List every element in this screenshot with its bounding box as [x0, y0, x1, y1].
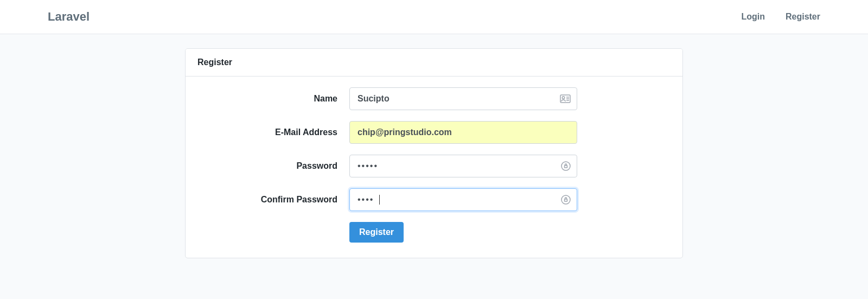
name-label: Name: [197, 94, 349, 104]
svg-point-1: [562, 97, 564, 99]
contact-card-icon: [560, 94, 571, 103]
password-label: Password: [197, 161, 349, 171]
svg-point-7: [561, 195, 570, 204]
form-group-confirm: Confirm Password: [197, 188, 671, 211]
navbar: Laravel Login Register: [0, 0, 868, 34]
svg-rect-6: [565, 166, 567, 168]
confirm-input-wrap: [349, 188, 577, 211]
name-input-wrap: [349, 87, 577, 110]
form-group-password: Password: [197, 155, 671, 177]
confirm-input[interactable]: [349, 188, 577, 211]
svg-rect-8: [565, 199, 567, 201]
email-input[interactable]: [349, 121, 577, 144]
form-group-submit: Register: [197, 222, 671, 243]
card-body: Name E-Mai: [186, 77, 682, 258]
register-link[interactable]: Register: [786, 12, 820, 22]
nav-links: Login Register: [741, 12, 820, 22]
login-link[interactable]: Login: [741, 12, 765, 22]
register-button[interactable]: Register: [349, 222, 404, 243]
email-label: E-Mail Address: [197, 128, 349, 137]
form-group-email: E-Mail Address: [197, 121, 671, 144]
card-header: Register: [186, 49, 682, 77]
brand-link[interactable]: Laravel: [48, 10, 90, 24]
main-content: Register Name: [0, 34, 868, 272]
navbar-container: Laravel Login Register: [0, 10, 868, 24]
confirm-label: Confirm Password: [197, 195, 349, 205]
svg-point-5: [561, 162, 570, 170]
key-icon: [561, 195, 571, 205]
password-input-wrap: [349, 155, 577, 177]
form-group-name: Name: [197, 87, 671, 110]
name-input[interactable]: [349, 87, 577, 110]
register-card: Register Name: [185, 48, 683, 258]
email-input-wrap: [349, 121, 577, 144]
text-caret: [379, 195, 380, 205]
key-icon: [561, 161, 571, 171]
password-input[interactable]: [349, 155, 577, 177]
